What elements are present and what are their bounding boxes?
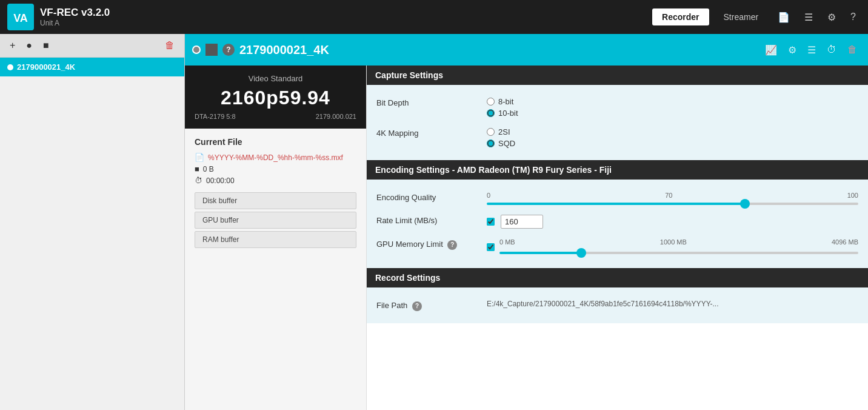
channel-status-dot — [7, 64, 13, 70]
rate-limit-checkbox[interactable] — [487, 218, 495, 226]
file-duration: 00:00:00 — [206, 176, 235, 185]
video-standard-title: Video Standard — [195, 74, 356, 83]
quality-mid-label: 70 — [665, 192, 672, 199]
list-icon-button[interactable]: ☰ — [800, 8, 818, 27]
svg-text:VA: VA — [13, 12, 28, 24]
file-size: 0 B — [203, 165, 214, 173]
4k-mapping-row: 4K Mapping 2SI SQD — [376, 123, 858, 153]
channel-delete-button[interactable]: 🗑 — [844, 42, 861, 58]
gpu-max-label: 4096 MB — [832, 238, 858, 246]
encoding-quality-labels: 0 70 100 — [487, 192, 858, 199]
gpu-memory-checkbox[interactable] — [487, 243, 495, 251]
encoding-settings-header: Encoding Settings - AMD Radeon (TM) R9 F… — [367, 160, 868, 180]
file-doc-icon: 📄 — [195, 153, 204, 162]
capture-settings-content: Bit Depth 8-bit 10-bit — [367, 85, 868, 160]
channel-help-button[interactable]: ? — [222, 44, 235, 56]
left-panel: Video Standard 2160p59.94 DTA-2179 5:8 2… — [185, 66, 367, 410]
gpu-memory-slider-container: 0 MB 1000 MB 4096 MB — [487, 238, 858, 256]
4k-mapping-options: 2SI SQD — [487, 127, 858, 148]
bit-depth-8bit-radio[interactable] — [487, 98, 495, 106]
file-duration-row: ⏱ 00:00:00 — [195, 176, 356, 185]
current-file-title: Current File — [195, 137, 356, 147]
settings-icon-button[interactable]: ⚙ — [823, 8, 841, 27]
device-id: 2179.000.021 — [316, 113, 356, 120]
quality-max-label: 100 — [847, 192, 858, 199]
channel-header-bar: ? 2179000021_4K 📈 ⚙ ☰ ⏱ 🗑 — [185, 34, 868, 66]
capture-settings-header: Capture Settings — [367, 66, 868, 85]
channel-stop-button[interactable] — [205, 44, 218, 56]
right-settings-panel: Capture Settings Bit Depth 8-bit 10-bit — [367, 66, 868, 410]
file-path-value: E:/4k_Capture/2179000021_4K/58f9ab1fe5c7… — [487, 300, 719, 308]
file-info-box: Current File 📄 %YYYY-%MM-%DD_%hh-%mm-%ss… — [185, 129, 366, 410]
channel-chart-button[interactable]: 📈 — [761, 42, 781, 58]
gpu-mid-label: 1000 MB — [660, 238, 687, 246]
mapping-sqd-radio[interactable] — [487, 139, 495, 147]
mapping-2si-option[interactable]: 2SI — [487, 127, 858, 136]
record-settings-content: File Path ? E:/4k_Capture/2179000021_4K/… — [367, 287, 868, 323]
file-path-row: File Path ? E:/4k_Capture/2179000021_4K/… — [376, 295, 858, 316]
bit-depth-row: Bit Depth 8-bit 10-bit — [376, 92, 858, 123]
file-duration-icon: ⏱ — [195, 176, 202, 185]
bit-depth-8bit-option[interactable]: 8-bit — [487, 97, 858, 106]
channel-clock-button[interactable]: ⏱ — [823, 42, 840, 58]
gpu-min-label: 0 MB — [499, 238, 515, 246]
gpu-memory-label: GPU Memory Limit ? — [376, 238, 479, 250]
rate-limit-row: Rate Limit (MB/s) — [376, 210, 858, 234]
gpu-memory-help-icon[interactable]: ? — [447, 240, 457, 250]
encoding-settings-content: Encoding Quality 0 70 100 Rate Limi — [367, 180, 868, 268]
rate-limit-label: Rate Limit (MB/s) — [376, 215, 479, 225]
stop-button[interactable]: ■ — [41, 39, 52, 52]
file-size-icon: ■ — [195, 164, 199, 173]
delete-channel-button[interactable]: 🗑 — [162, 39, 177, 52]
app-logo: VA — [7, 4, 34, 30]
video-standard-value: 2160p59.94 — [195, 87, 356, 109]
channel-header-icons: 📈 ⚙ ☰ ⏱ 🗑 — [761, 42, 861, 58]
app-title-main: VF-REC v3.2.0 — [40, 7, 110, 19]
gpu-memory-labels: 0 MB 1000 MB 4096 MB — [499, 238, 858, 246]
disk-buffer-item: Disk buffer — [195, 192, 356, 209]
mapping-sqd-option[interactable]: SQD — [487, 139, 858, 148]
gpu-memory-slider[interactable] — [499, 252, 858, 254]
bit-depth-10bit-radio[interactable] — [487, 109, 495, 117]
top-navigation: VA VF-REC v3.2.0 Unit A Recorder Streame… — [0, 0, 868, 34]
rate-limit-controls — [487, 215, 543, 229]
add-channel-button[interactable]: + — [7, 39, 18, 52]
content-area: ? 2179000021_4K 📈 ⚙ ☰ ⏱ 🗑 Video Standard… — [185, 34, 868, 410]
file-path-help-icon[interactable]: ? — [412, 301, 422, 311]
rate-limit-input[interactable] — [501, 215, 543, 229]
bit-depth-8bit-label: 8-bit — [498, 97, 513, 106]
bit-depth-options: 8-bit 10-bit — [487, 97, 858, 118]
sidebar-channel-item[interactable]: 2179000021_4K — [0, 58, 184, 76]
channel-title: 2179000021_4K — [239, 43, 756, 57]
file-size-row: ■ 0 B — [195, 164, 356, 173]
bit-depth-label: Bit Depth — [376, 97, 479, 107]
sidebar-channel-name: 2179000021_4K — [17, 62, 75, 72]
new-file-icon-button[interactable]: 📄 — [773, 8, 795, 27]
app-subtitle: Unit A — [40, 19, 110, 27]
record-button[interactable]: ● — [24, 39, 35, 52]
bit-depth-10bit-option[interactable]: 10-bit — [487, 109, 858, 118]
encoding-quality-row: Encoding Quality 0 70 100 — [376, 187, 858, 210]
sidebar: + ● ■ 🗑 2179000021_4K — [0, 34, 185, 410]
video-standard-box: Video Standard 2160p59.94 DTA-2179 5:8 2… — [185, 66, 366, 129]
sidebar-toolbar: + ● ■ 🗑 — [0, 34, 184, 58]
main-layout: + ● ■ 🗑 2179000021_4K ? 2179000021_4K 📈 … — [0, 34, 868, 410]
channel-settings-button[interactable]: ⚙ — [784, 42, 800, 58]
encoding-quality-label: Encoding Quality — [376, 192, 479, 202]
channel-list-button[interactable]: ☰ — [804, 42, 820, 58]
record-settings-header: Record Settings — [367, 268, 868, 287]
gpu-buffer-item: GPU buffer — [195, 212, 356, 229]
recorder-nav-button[interactable]: Recorder — [652, 8, 709, 25]
app-title: VF-REC v3.2.0 Unit A — [40, 7, 110, 28]
logo-area: VA VF-REC v3.2.0 Unit A — [7, 4, 116, 30]
ram-buffer-item: RAM buffer — [195, 231, 356, 248]
file-template-row: 📄 %YYYY-%MM-%DD_%hh-%mm-%ss.mxf — [195, 153, 356, 162]
mapping-2si-label: 2SI — [498, 127, 510, 136]
4k-mapping-label: 4K Mapping — [376, 127, 479, 138]
file-template: %YYYY-%MM-%DD_%hh-%mm-%ss.mxf — [208, 153, 343, 162]
help-icon-button[interactable]: ? — [846, 8, 861, 26]
quality-min-label: 0 — [487, 192, 490, 199]
mapping-2si-radio[interactable] — [487, 128, 495, 136]
streamer-nav-button[interactable]: Streamer — [714, 8, 769, 25]
encoding-quality-slider[interactable] — [487, 203, 858, 205]
